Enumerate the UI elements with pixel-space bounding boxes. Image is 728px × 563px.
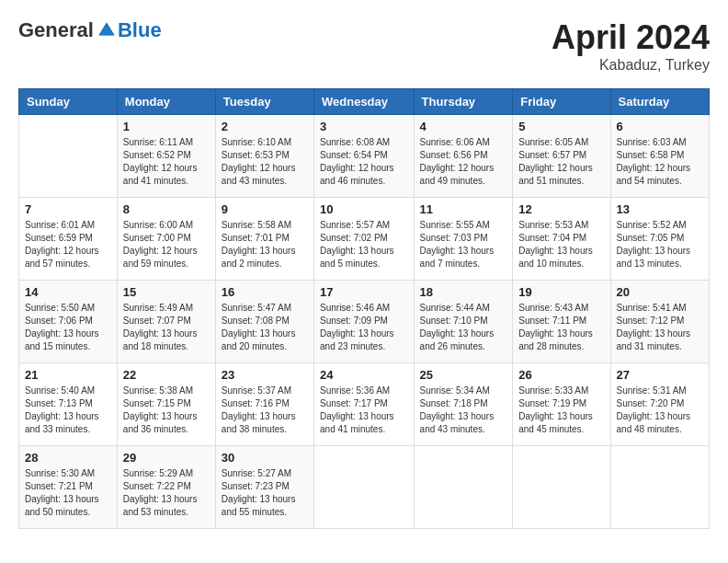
day-number: 29 xyxy=(123,451,210,465)
day-info: Sunrise: 5:29 AM Sunset: 7:22 PM Dayligh… xyxy=(123,467,210,519)
logo: General Blue xyxy=(18,18,162,42)
day-number: 18 xyxy=(420,285,507,299)
day-number: 28 xyxy=(25,451,111,465)
day-cell: 8Sunrise: 6:00 AM Sunset: 7:00 PM Daylig… xyxy=(117,198,215,281)
day-cell: 18Sunrise: 5:44 AM Sunset: 7:10 PM Dayli… xyxy=(414,281,513,363)
day-number: 19 xyxy=(518,285,604,299)
week-row-1: 1Sunrise: 6:11 AM Sunset: 6:52 PM Daylig… xyxy=(19,115,710,198)
day-info: Sunrise: 6:01 AM Sunset: 6:59 PM Dayligh… xyxy=(25,219,111,270)
day-cell xyxy=(610,446,709,529)
day-number: 12 xyxy=(518,202,604,216)
weekday-header-friday: Friday xyxy=(513,89,610,115)
day-cell: 13Sunrise: 5:52 AM Sunset: 7:05 PM Dayli… xyxy=(610,198,709,281)
day-cell: 16Sunrise: 5:47 AM Sunset: 7:08 PM Dayli… xyxy=(215,281,313,363)
day-number: 27 xyxy=(617,368,703,382)
day-cell: 5Sunrise: 6:05 AM Sunset: 6:57 PM Daylig… xyxy=(513,115,610,198)
day-cell: 26Sunrise: 5:33 AM Sunset: 7:19 PM Dayli… xyxy=(513,363,610,446)
day-cell: 17Sunrise: 5:46 AM Sunset: 7:09 PM Dayli… xyxy=(314,281,415,363)
day-info: Sunrise: 6:11 AM Sunset: 6:52 PM Dayligh… xyxy=(123,136,210,188)
title-block: April 2024 Kabaduz, Turkey xyxy=(552,18,710,74)
day-number: 30 xyxy=(222,451,308,465)
day-info: Sunrise: 5:55 AM Sunset: 7:03 PM Dayligh… xyxy=(420,219,507,270)
weekday-header-saturday: Saturday xyxy=(610,89,709,115)
day-cell: 21Sunrise: 5:40 AM Sunset: 7:13 PM Dayli… xyxy=(19,363,118,446)
day-number: 16 xyxy=(222,285,308,299)
day-cell: 15Sunrise: 5:49 AM Sunset: 7:07 PM Dayli… xyxy=(117,281,215,363)
day-info: Sunrise: 5:40 AM Sunset: 7:13 PM Dayligh… xyxy=(25,385,111,436)
day-cell xyxy=(314,446,415,529)
day-cell xyxy=(414,446,513,529)
day-cell: 9Sunrise: 5:58 AM Sunset: 7:01 PM Daylig… xyxy=(215,198,313,281)
logo-blue: Blue xyxy=(118,18,162,42)
logo-icon xyxy=(96,19,118,41)
day-info: Sunrise: 5:44 AM Sunset: 7:10 PM Dayligh… xyxy=(420,302,507,353)
day-info: Sunrise: 6:10 AM Sunset: 6:53 PM Dayligh… xyxy=(222,136,308,188)
day-cell: 20Sunrise: 5:41 AM Sunset: 7:12 PM Dayli… xyxy=(610,281,709,363)
weekday-header-row: SundayMondayTuesdayWednesdayThursdayFrid… xyxy=(19,89,710,115)
day-number: 11 xyxy=(420,202,507,216)
day-cell: 7Sunrise: 6:01 AM Sunset: 6:59 PM Daylig… xyxy=(19,198,118,281)
day-number: 20 xyxy=(617,285,703,299)
day-info: Sunrise: 5:27 AM Sunset: 7:23 PM Dayligh… xyxy=(222,467,308,519)
day-cell: 10Sunrise: 5:57 AM Sunset: 7:02 PM Dayli… xyxy=(314,198,415,281)
day-number: 21 xyxy=(25,368,111,382)
logo-general: General xyxy=(18,18,94,42)
day-number: 26 xyxy=(518,368,604,382)
weekday-header-wednesday: Wednesday xyxy=(314,89,415,115)
day-number: 10 xyxy=(320,202,408,216)
day-cell: 24Sunrise: 5:36 AM Sunset: 7:17 PM Dayli… xyxy=(314,363,415,446)
day-number: 5 xyxy=(518,120,604,133)
week-row-3: 14Sunrise: 5:50 AM Sunset: 7:06 PM Dayli… xyxy=(19,281,710,363)
day-info: Sunrise: 5:31 AM Sunset: 7:20 PM Dayligh… xyxy=(617,385,703,436)
day-number: 23 xyxy=(222,368,308,382)
day-info: Sunrise: 5:30 AM Sunset: 7:21 PM Dayligh… xyxy=(25,467,111,519)
day-info: Sunrise: 5:33 AM Sunset: 7:19 PM Dayligh… xyxy=(518,385,604,436)
day-cell: 27Sunrise: 5:31 AM Sunset: 7:20 PM Dayli… xyxy=(610,363,709,446)
day-info: Sunrise: 5:43 AM Sunset: 7:11 PM Dayligh… xyxy=(518,302,604,353)
day-info: Sunrise: 5:52 AM Sunset: 7:05 PM Dayligh… xyxy=(617,219,703,270)
calendar-table: SundayMondayTuesdayWednesdayThursdayFrid… xyxy=(18,88,710,529)
day-number: 13 xyxy=(617,202,703,216)
day-number: 15 xyxy=(123,285,210,299)
day-cell: 28Sunrise: 5:30 AM Sunset: 7:21 PM Dayli… xyxy=(19,446,118,529)
day-info: Sunrise: 5:38 AM Sunset: 7:15 PM Dayligh… xyxy=(123,385,210,436)
weekday-header-thursday: Thursday xyxy=(414,89,513,115)
day-number: 17 xyxy=(320,285,408,299)
week-row-5: 28Sunrise: 5:30 AM Sunset: 7:21 PM Dayli… xyxy=(19,446,710,529)
day-info: Sunrise: 6:08 AM Sunset: 6:54 PM Dayligh… xyxy=(320,136,408,188)
day-cell: 22Sunrise: 5:38 AM Sunset: 7:15 PM Dayli… xyxy=(117,363,215,446)
day-info: Sunrise: 5:47 AM Sunset: 7:08 PM Dayligh… xyxy=(222,302,308,353)
day-info: Sunrise: 5:50 AM Sunset: 7:06 PM Dayligh… xyxy=(25,302,111,353)
day-info: Sunrise: 5:37 AM Sunset: 7:16 PM Dayligh… xyxy=(222,385,308,436)
day-info: Sunrise: 5:41 AM Sunset: 7:12 PM Dayligh… xyxy=(617,302,703,353)
day-cell: 19Sunrise: 5:43 AM Sunset: 7:11 PM Dayli… xyxy=(513,281,610,363)
day-cell: 12Sunrise: 5:53 AM Sunset: 7:04 PM Dayli… xyxy=(513,198,610,281)
day-number: 8 xyxy=(123,202,210,216)
month-year-title: April 2024 xyxy=(552,18,710,57)
day-cell: 11Sunrise: 5:55 AM Sunset: 7:03 PM Dayli… xyxy=(414,198,513,281)
day-number: 9 xyxy=(222,202,308,216)
day-number: 1 xyxy=(123,120,210,133)
day-cell: 14Sunrise: 5:50 AM Sunset: 7:06 PM Dayli… xyxy=(19,281,118,363)
day-number: 25 xyxy=(420,368,507,382)
day-number: 4 xyxy=(420,120,507,133)
day-number: 6 xyxy=(617,120,703,133)
day-number: 14 xyxy=(25,285,111,299)
weekday-header-sunday: Sunday xyxy=(19,89,118,115)
page-header: General Blue April 2024 Kabaduz, Turkey xyxy=(18,18,710,74)
day-info: Sunrise: 6:03 AM Sunset: 6:58 PM Dayligh… xyxy=(617,136,703,188)
weekday-header-monday: Monday xyxy=(117,89,215,115)
day-cell: 25Sunrise: 5:34 AM Sunset: 7:18 PM Dayli… xyxy=(414,363,513,446)
day-info: Sunrise: 5:46 AM Sunset: 7:09 PM Dayligh… xyxy=(320,302,408,353)
day-number: 7 xyxy=(25,202,111,216)
day-info: Sunrise: 5:49 AM Sunset: 7:07 PM Dayligh… xyxy=(123,302,210,353)
day-info: Sunrise: 6:00 AM Sunset: 7:00 PM Dayligh… xyxy=(123,219,210,270)
day-info: Sunrise: 6:06 AM Sunset: 6:56 PM Dayligh… xyxy=(420,136,507,188)
day-info: Sunrise: 5:34 AM Sunset: 7:18 PM Dayligh… xyxy=(420,385,507,436)
day-cell: 1Sunrise: 6:11 AM Sunset: 6:52 PM Daylig… xyxy=(117,115,215,198)
weekday-header-tuesday: Tuesday xyxy=(215,89,313,115)
day-cell xyxy=(19,115,118,198)
week-row-2: 7Sunrise: 6:01 AM Sunset: 6:59 PM Daylig… xyxy=(19,198,710,281)
day-number: 3 xyxy=(320,120,408,133)
day-cell: 4Sunrise: 6:06 AM Sunset: 6:56 PM Daylig… xyxy=(414,115,513,198)
